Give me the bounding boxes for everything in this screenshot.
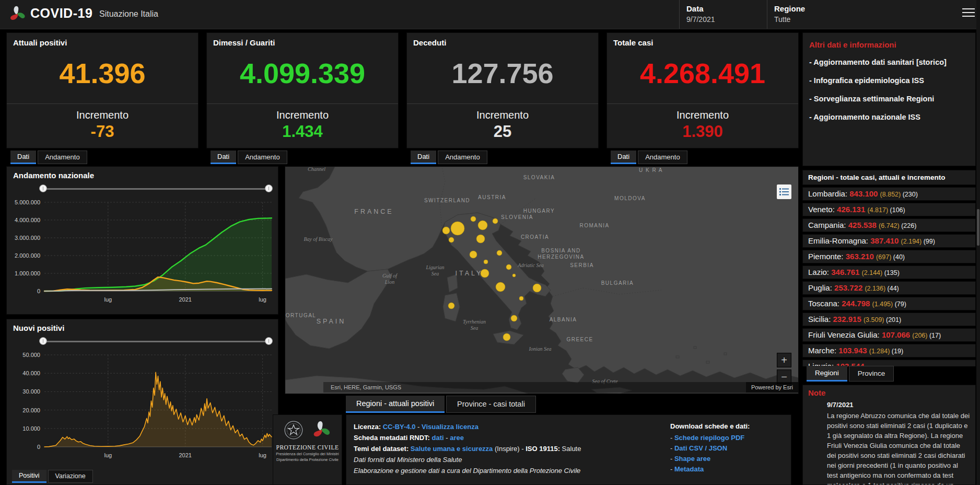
- region-row[interactable]: Toscana: 244.798 (1.495) (79): [802, 297, 976, 310]
- map-tab-regioni-attuali[interactable]: Regioni - attuali positivi: [346, 396, 445, 413]
- license-link[interactable]: dati: [432, 434, 444, 442]
- y-axis-label: 4.000.000: [15, 217, 40, 223]
- sea-label: Channel: [308, 167, 325, 172]
- region-marker[interactable]: [451, 222, 464, 235]
- info-link[interactable]: - Sorveglianza settimanale Regioni: [809, 94, 968, 104]
- tab-dati[interactable]: Dati: [211, 151, 236, 164]
- time-range-slider[interactable]: [40, 337, 272, 345]
- region-marker[interactable]: [496, 282, 505, 292]
- tab-andamento[interactable]: Andamento: [438, 151, 487, 164]
- slider-handle-right[interactable]: [265, 184, 273, 192]
- license-text: Licenza:: [354, 423, 383, 431]
- protezione-civile-logo-icon: [7, 4, 27, 24]
- region-marker[interactable]: [476, 235, 485, 243]
- region-marker[interactable]: [512, 274, 516, 277]
- region-marker[interactable]: [470, 251, 477, 258]
- card-totale-casi: Totale casi 4.268.491 Incremento 1.390 D…: [606, 32, 799, 148]
- y-axis-label: 40.000: [22, 370, 40, 376]
- region-marker[interactable]: [533, 284, 541, 292]
- note-date: 9/7/2021: [827, 400, 970, 410]
- download-link[interactable]: Metadata: [674, 465, 704, 473]
- europe-map[interactable]: FRANCESWITZERLANDAUSTRIASLOVAKIAHUNGARYS…: [285, 166, 799, 394]
- map-attribution: Esri, HERE, Garmin, USGS: [323, 382, 798, 392]
- increment-value: 1.434: [207, 122, 398, 141]
- license-link[interactable]: Salute umana e sicurezza: [411, 445, 493, 453]
- region-marker[interactable]: [481, 269, 489, 278]
- license-link[interactable]: Visualizza licenza: [422, 423, 479, 431]
- region-marker[interactable]: [448, 303, 454, 309]
- region-row[interactable]: Veneto: 426.131 (4.817) (106): [802, 203, 976, 216]
- region-marker[interactable]: [493, 218, 498, 224]
- note-title: Note: [808, 388, 825, 397]
- card-value: 4.099.339: [207, 49, 398, 97]
- tab-dati[interactable]: Dati: [10, 151, 36, 164]
- increment-label: Incremento: [207, 109, 398, 121]
- side-tab-province[interactable]: Province: [849, 366, 894, 382]
- country-label: SLOVENIA: [501, 214, 533, 220]
- slider-handle-left[interactable]: [39, 337, 47, 345]
- slider-handle-left[interactable]: [39, 184, 47, 192]
- note-text: La regione Abruzzo comunica che dal tota…: [827, 411, 970, 485]
- region-row[interactable]: Emilia-Romagna: 387.410 (2.194) (99): [802, 234, 976, 248]
- tab-dati[interactable]: Dati: [611, 151, 636, 164]
- region-marker[interactable]: [519, 296, 523, 301]
- region-row[interactable]: Puglia: 253.722 (2.136) (44): [802, 281, 976, 295]
- regions-list-panel: Regioni - totale casi, attuali e increme…: [802, 170, 976, 366]
- region-marker[interactable]: [511, 315, 517, 321]
- x-axis-label: 2021: [179, 296, 191, 303]
- app-title: COVID-19: [30, 6, 92, 21]
- license-link[interactable]: aree: [450, 434, 464, 442]
- zoom-in-button[interactable]: +: [777, 353, 791, 367]
- info-link[interactable]: - Infografica epidemiologica ISS: [809, 76, 968, 86]
- card-value: 127.756: [407, 49, 598, 97]
- regions-list: Lombardia: 843.100 (8.852) (230)Veneto: …: [802, 187, 976, 366]
- country-label: MOLDOVA: [614, 195, 646, 201]
- map-tab-province-totali[interactable]: Province - casi totali: [446, 396, 536, 413]
- scrollbar-thumb[interactable]: [977, 209, 979, 246]
- region-row[interactable]: Piemonte: 363.210 (697) (40): [802, 250, 976, 263]
- info-link[interactable]: - Aggiornamento dati sanitari [storico]: [809, 57, 968, 67]
- layers-icon[interactable]: [777, 184, 791, 199]
- region-row[interactable]: Marche: 103.943 (1.284) (19): [802, 344, 976, 357]
- region-marker[interactable]: [484, 260, 488, 264]
- download-link[interactable]: Shape aree: [674, 455, 710, 463]
- region-row[interactable]: Sicilia: 232.915 (3.509) (201): [802, 313, 976, 326]
- tab-positivi[interactable]: Positivi: [12, 470, 46, 483]
- region-marker[interactable]: [497, 250, 502, 256]
- region-marker[interactable]: [503, 333, 510, 341]
- tab-andamento[interactable]: Andamento: [238, 151, 287, 164]
- region-marker[interactable]: [442, 227, 450, 234]
- license-link[interactable]: CC-BY-4.0: [383, 423, 416, 431]
- y-axis-label: 2.000.000: [15, 252, 40, 259]
- protezione-civile-logo-icon: [310, 419, 332, 441]
- time-range-slider[interactable]: [40, 184, 272, 193]
- card-value: 41.396: [7, 49, 198, 97]
- region-value[interactable]: Tutte: [774, 15, 962, 24]
- region-row[interactable]: Campania: 425.538 (6.742) (226): [802, 218, 976, 232]
- tab-andamento[interactable]: Andamento: [38, 151, 87, 164]
- tab-variazione[interactable]: Variazione: [48, 470, 93, 483]
- increment-label: Incremento: [7, 109, 198, 121]
- country-label: ITALY: [456, 270, 483, 277]
- tab-dati[interactable]: Dati: [411, 151, 436, 164]
- region-row[interactable]: Lombardia: 843.100 (8.852) (230): [802, 187, 976, 201]
- note-body: 9/7/2021 La regione Abruzzo comunica che…: [827, 400, 970, 485]
- region-row[interactable]: Friuli Venezia Giulia: 107.066 (206) (17…: [802, 328, 976, 342]
- region-row[interactable]: Lazio: 346.761 (2.144) (135): [802, 265, 976, 279]
- license-text: Dati forniti dal Ministero della Salute: [354, 456, 462, 464]
- nuovi-positivi-chart: 50.00040.00030.00020.00010.0000lug2021lu…: [8, 350, 278, 468]
- region-marker[interactable]: [478, 221, 487, 230]
- region-marker[interactable]: [506, 264, 511, 270]
- menu-icon[interactable]: [962, 8, 975, 20]
- side-tab-regioni[interactable]: Regioni: [807, 366, 847, 382]
- download-link[interactable]: Dati CSV / JSON: [674, 444, 727, 452]
- region-marker[interactable]: [471, 216, 476, 222]
- app-subtitle: Situazione Italia: [99, 9, 158, 19]
- x-axis-label: lug: [259, 296, 266, 303]
- sea-label: Bay of Biscay: [304, 236, 333, 242]
- tab-andamento[interactable]: Andamento: [638, 151, 687, 164]
- region-marker[interactable]: [449, 237, 454, 243]
- slider-handle-right[interactable]: [265, 337, 273, 345]
- download-link[interactable]: Schede riepilogo PDF: [674, 434, 744, 442]
- info-link[interactable]: - Aggiornamento nazionale ISS: [809, 112, 968, 122]
